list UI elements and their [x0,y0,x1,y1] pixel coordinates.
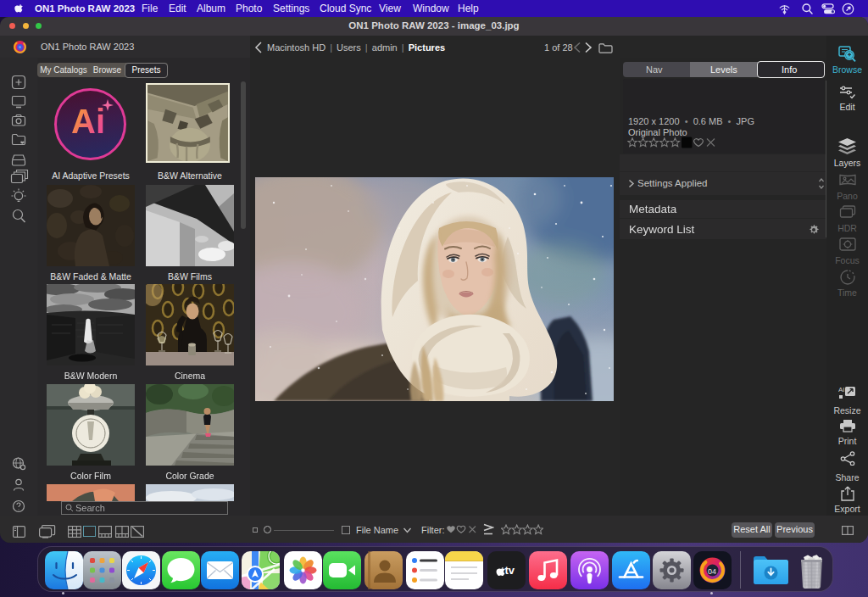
svg-text:AI: AI [838,386,845,393]
svg-text:04: 04 [708,567,716,576]
svg-text:tv: tv [505,564,515,577]
